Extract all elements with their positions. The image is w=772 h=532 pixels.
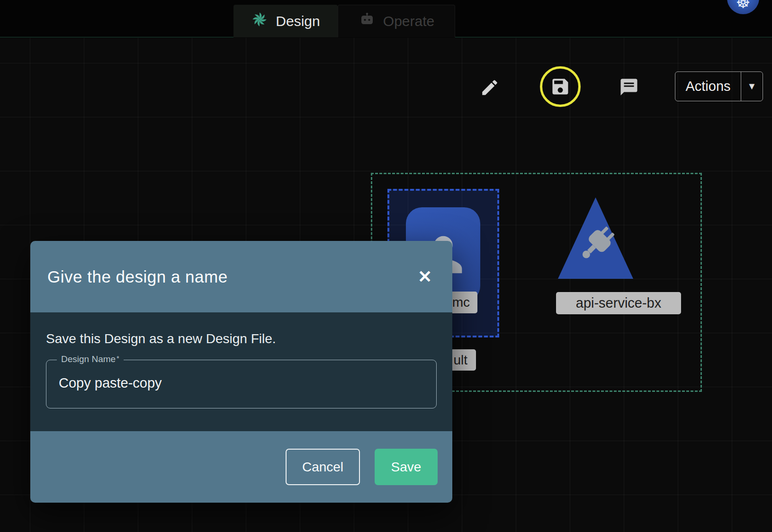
modal-body: Save this Design as a new Design File. D… bbox=[30, 312, 452, 431]
design-name-field-outline: Design Name* bbox=[46, 360, 437, 408]
chevron-down-icon: ▼ bbox=[747, 81, 757, 92]
comment-icon bbox=[619, 77, 639, 97]
meshery-logo-icon bbox=[251, 11, 268, 31]
api-service-label-text: api-service-bx bbox=[576, 295, 662, 311]
design-name-label-text: Design Name bbox=[61, 354, 116, 364]
modal-description: Save this Design as a new Design File. bbox=[46, 331, 437, 346]
design-name-field-label: Design Name* bbox=[57, 354, 124, 364]
kubernetes-wheel-icon: ☸ bbox=[736, 0, 750, 10]
save-button[interactable]: Save bbox=[375, 449, 438, 485]
actions-button[interactable]: Actions bbox=[675, 72, 741, 101]
modal-footer: Cancel Save bbox=[30, 431, 452, 503]
tab-design[interactable]: Design bbox=[233, 5, 338, 37]
tab-operate-label: Operate bbox=[383, 13, 434, 29]
cancel-button[interactable]: Cancel bbox=[286, 449, 360, 485]
tab-design-label: Design bbox=[276, 13, 320, 29]
pencil-icon bbox=[480, 78, 500, 98]
modal-title: Give the design a name bbox=[47, 267, 228, 286]
robot-icon bbox=[359, 11, 376, 32]
top-navigation: Design Operate ☸ bbox=[0, 0, 772, 37]
floppy-disk-icon bbox=[550, 76, 571, 97]
api-service-node-label[interactable]: api-service-bx bbox=[556, 292, 681, 314]
close-icon: ✕ bbox=[418, 267, 432, 287]
save-design-modal: Give the design a name ✕ Save this Desig… bbox=[30, 241, 452, 503]
comment-button[interactable] bbox=[618, 76, 640, 98]
mode-tabs: Design Operate bbox=[233, 5, 455, 37]
user-avatar[interactable]: ☸ bbox=[727, 0, 759, 14]
save-design-button[interactable] bbox=[549, 76, 571, 98]
edit-button[interactable] bbox=[479, 77, 501, 98]
api-service-node[interactable] bbox=[557, 196, 634, 280]
user-node-label-text: mc bbox=[452, 295, 470, 310]
required-marker: * bbox=[117, 354, 119, 362]
actions-split-button: Actions ▼ bbox=[675, 71, 763, 101]
close-button[interactable]: ✕ bbox=[414, 266, 435, 287]
save-highlight-ring bbox=[540, 66, 581, 107]
hidden-node-label-text: ult bbox=[453, 353, 467, 368]
actions-dropdown-button[interactable]: ▼ bbox=[741, 72, 763, 101]
tab-operate[interactable]: Operate bbox=[338, 5, 455, 37]
design-name-input[interactable] bbox=[59, 360, 424, 406]
modal-header: Give the design a name ✕ bbox=[30, 241, 452, 312]
